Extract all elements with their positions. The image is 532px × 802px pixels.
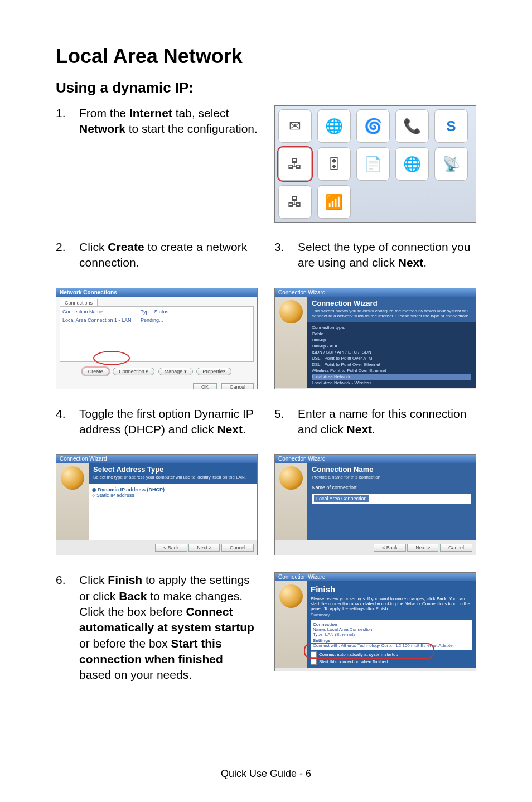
step-5-num: 5. [274,406,298,422]
step-2-num: 2. [56,239,79,255]
wiz3-title: Connection Wizard [275,455,476,463]
step-3-text: Select the type of connection you are us… [298,239,476,271]
step-3: 3. Select the type of connection you are… [274,239,476,271]
step-6-text: Click Finish to apply the settings or cl… [79,572,258,683]
step-6: 6. Click Finish to apply the settings or… [56,572,258,683]
step-1-text: From the Internet tab, select Network to… [79,105,258,137]
step-2: 2. Click Create to create a network conn… [56,239,258,271]
wiz3-head: Connection Name [307,463,476,475]
wizard-sidebar-icon [275,463,307,540]
wiz1-sub: This wizard allows you to easily configu… [307,308,476,322]
fin-head: Finish [311,584,472,594]
wizard-sidebar-icon [56,463,89,540]
screenshot-launcher: ✉🌐🌀📞S 🖧🎛📄🌐📡 🖧📶 [274,105,476,223]
wiz2-sub: Select the type of address your computer… [89,475,257,484]
step-1-num: 1. [56,105,79,121]
netconn-tab: Connections [60,299,98,306]
step-4-text: Toggle the first option Dynamic IP addre… [79,406,258,438]
step-3-num: 3. [274,239,298,255]
step-6-num: 6. [56,572,79,588]
wiz2-head: Select Address Type [89,463,257,475]
connection-button[interactable]: Connection ▾ [113,368,154,375]
step-5-text: Enter a name for this connection and cli… [298,406,476,438]
step-4: 4. Toggle the first option Dynamic IP ad… [56,406,258,438]
wiz3-back-button[interactable]: < Back [374,544,406,552]
wiz1-head: Connection Wizard [307,297,476,308]
step-1: 1. From the Internet tab, select Network… [56,105,258,137]
properties-button[interactable]: Properties [196,368,231,375]
screenshot-finish: Connection Wizard Finish Please review y… [274,572,476,671]
screenshot-select-address-type: Connection Wizard Select Address Type Se… [56,454,258,555]
screenshot-connection-wizard-type: Connection Wizard Connection Wizard This… [274,288,476,389]
step-2-text: Click Create to create a network connect… [79,239,258,271]
wiz2-cancel-button[interactable]: Cancel [221,544,254,552]
step-4-num: 4. [56,406,79,422]
wizard-sidebar-icon [275,581,307,668]
page-title: Local Area Network [56,45,476,68]
ok-button[interactable]: OK [193,383,217,389]
page-footer: Quick Use Guide - 6 [56,762,476,780]
cancel-button[interactable]: Cancel [221,383,254,389]
screenshot-connection-name: Connection Wizard Connection Name Provid… [274,454,476,555]
wizard-sidebar-icon [275,297,307,388]
create-button[interactable]: Create [82,368,109,375]
wiz3-sub: Provide a name for this connection. [307,475,476,484]
screenshot-network-connections: Network Connections Connections Connecti… [56,288,258,389]
fin-sub: Please review your settings. If you want… [311,596,472,611]
wiz1-title: Connection Wizard [275,288,476,297]
fin-title: Connection Wizard [275,573,476,581]
wiz3-cancel-button[interactable]: Cancel [440,544,472,552]
wiz2-title: Connection Wizard [56,455,257,463]
wiz2-next-button[interactable]: Next > [188,544,220,552]
start-connection-checkbox[interactable]: Start this connection when finished [311,659,472,665]
manage-button[interactable]: Manage ▾ [158,368,193,375]
step-5: 5. Enter a name for this connection and … [274,406,476,438]
netconn-title: Network Connections [56,288,257,297]
wiz2-back-button[interactable]: < Back [155,544,187,552]
wiz3-next-button[interactable]: Next > [407,544,438,552]
section-subtitle: Using a dynamic IP: [56,79,476,96]
